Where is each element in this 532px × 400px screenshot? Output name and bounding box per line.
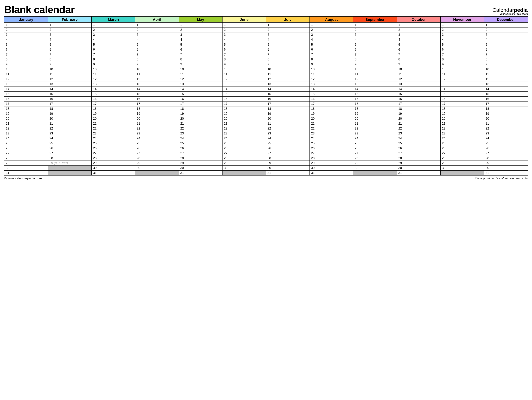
day-cell: 11 bbox=[135, 72, 179, 77]
day-cell bbox=[440, 171, 484, 176]
day-cell: 25 bbox=[310, 141, 353, 146]
day-cell: 24 bbox=[92, 136, 135, 141]
day-cell: 27 bbox=[310, 151, 353, 156]
day-cell: 3 bbox=[266, 32, 310, 37]
day-cell: 19 bbox=[266, 111, 310, 116]
day-cell: 16 bbox=[397, 97, 440, 101]
day-cell: 1 bbox=[484, 23, 528, 27]
day-cell: 23 bbox=[310, 131, 353, 136]
day-cell: 11 bbox=[353, 72, 397, 77]
day-cell: 30 bbox=[440, 166, 484, 171]
day-cell: 26 bbox=[4, 146, 48, 151]
day-cell: 1 bbox=[48, 23, 92, 27]
month-header-may: May bbox=[179, 17, 222, 23]
day-cell: 1 bbox=[92, 23, 135, 27]
day-cell: 25 bbox=[353, 141, 397, 146]
day-cell: 5 bbox=[484, 42, 528, 47]
day-cell: 15 bbox=[222, 92, 266, 97]
day-cell: 4 bbox=[266, 37, 310, 42]
day-cell: 5 bbox=[397, 42, 440, 47]
day-cell: 28 bbox=[135, 156, 179, 161]
day-cell: 26 bbox=[92, 146, 135, 151]
day-cell: 9 bbox=[310, 62, 353, 67]
day-cell: 10 bbox=[48, 67, 92, 72]
day-cell: 19 bbox=[4, 111, 48, 116]
day-cell: 31 bbox=[397, 171, 440, 176]
day-cell: 20 bbox=[266, 116, 310, 121]
day-cell: 19 bbox=[397, 111, 440, 116]
day-cell: 6 bbox=[4, 47, 48, 52]
day-row: 555555555555 bbox=[4, 42, 528, 47]
day-cell: 30 bbox=[179, 166, 222, 171]
day-cell: 6 bbox=[353, 47, 397, 52]
day-cell: 12 bbox=[135, 77, 179, 82]
day-cell: 6 bbox=[484, 47, 528, 52]
day-row: 666666666666 bbox=[4, 47, 528, 52]
day-cell: 26 bbox=[266, 146, 310, 151]
day-cell: 15 bbox=[353, 92, 397, 97]
day-cell: 5 bbox=[48, 42, 92, 47]
day-cell: 4 bbox=[222, 37, 266, 42]
day-cell: 9 bbox=[397, 62, 440, 67]
day-cell: 27 bbox=[397, 151, 440, 156]
day-cell: 28 bbox=[484, 156, 528, 161]
day-cell: 11 bbox=[484, 72, 528, 77]
day-cell: 14 bbox=[266, 87, 310, 92]
day-cell: 23 bbox=[48, 131, 92, 136]
day-cell: 4 bbox=[310, 37, 353, 42]
day-cell: 17 bbox=[4, 101, 48, 106]
day-cell: 13 bbox=[222, 82, 266, 87]
day-cell: 11 bbox=[440, 72, 484, 77]
day-cell: 9 bbox=[353, 62, 397, 67]
brand-part1: Calendar bbox=[493, 7, 514, 13]
brand-block: Calendarpedia Your source for calendars bbox=[493, 7, 528, 15]
day-cell: 8 bbox=[92, 57, 135, 62]
day-cell: 26 bbox=[397, 146, 440, 151]
page-title: Blank calendar bbox=[4, 4, 75, 15]
day-cell: 28 bbox=[310, 156, 353, 161]
day-cell: 11 bbox=[310, 72, 353, 77]
brand-part2: pedia bbox=[514, 7, 528, 13]
day-cell: 8 bbox=[310, 57, 353, 62]
month-header-november: November bbox=[440, 17, 484, 23]
day-cell: 5 bbox=[266, 42, 310, 47]
day-cell: 3 bbox=[440, 32, 484, 37]
day-cell bbox=[48, 171, 92, 176]
day-cell: 28 bbox=[48, 156, 92, 161]
day-cell: 16 bbox=[4, 97, 48, 101]
day-row: 888888888888 bbox=[4, 57, 528, 62]
day-cell: 24 bbox=[4, 136, 48, 141]
day-cell: 31 bbox=[484, 171, 528, 176]
day-cell: 3 bbox=[484, 32, 528, 37]
day-cell: 14 bbox=[353, 87, 397, 92]
day-cell: 13 bbox=[135, 82, 179, 87]
day-cell: 25 bbox=[135, 141, 179, 146]
day-cell: 2 bbox=[4, 27, 48, 32]
day-cell: 7 bbox=[135, 52, 179, 57]
day-row: 3030303030303030303030 bbox=[4, 166, 528, 171]
day-row: 262626262626262626262626 bbox=[4, 146, 528, 151]
day-row: 999999999999 bbox=[4, 62, 528, 67]
day-cell: 4 bbox=[397, 37, 440, 42]
day-cell: 21 bbox=[179, 121, 222, 126]
day-cell: 23 bbox=[484, 131, 528, 136]
day-cell: 15 bbox=[4, 92, 48, 97]
day-cell: 5 bbox=[310, 42, 353, 47]
day-cell: 15 bbox=[310, 92, 353, 97]
day-cell: 3 bbox=[179, 32, 222, 37]
day-cell: 24 bbox=[353, 136, 397, 141]
day-cell: 6 bbox=[397, 47, 440, 52]
day-cell: 12 bbox=[266, 77, 310, 82]
day-cell: 20 bbox=[353, 116, 397, 121]
day-cell: 22 bbox=[222, 126, 266, 131]
day-row: 212121212121212121212121 bbox=[4, 121, 528, 126]
day-row: 101010101010101010101010 bbox=[4, 67, 528, 72]
day-cell: 22 bbox=[440, 126, 484, 131]
day-cell: 2 bbox=[310, 27, 353, 32]
day-cell: 21 bbox=[266, 121, 310, 126]
day-row: 333333333333 bbox=[4, 32, 528, 37]
day-row: 111111111111 bbox=[4, 23, 528, 27]
day-cell: 17 bbox=[440, 101, 484, 106]
day-cell: 14 bbox=[135, 87, 179, 92]
day-cell: 12 bbox=[179, 77, 222, 82]
